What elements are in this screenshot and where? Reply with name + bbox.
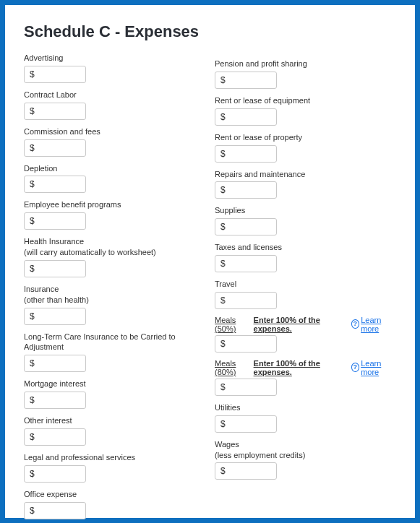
label-supplies: Supplies: [215, 205, 396, 216]
currency-prefix: $: [220, 419, 226, 429]
label-depletion: Depletion: [24, 163, 205, 174]
label-contract-labor: Contract Labor: [24, 90, 205, 100]
field-supplies: Supplies $: [215, 205, 396, 235]
field-depletion: Depletion $: [24, 163, 205, 194]
input-supplies[interactable]: $: [215, 218, 277, 235]
field-advertising: Advertising $: [24, 53, 205, 83]
input-advertising[interactable]: $: [24, 66, 86, 83]
currency-prefix: $: [30, 311, 35, 321]
label-mortgage-interest: Mortgage interest: [24, 379, 205, 389]
currency-prefix: $: [220, 149, 226, 159]
input-commission-fees[interactable]: $: [24, 139, 86, 157]
label-commission-fees: Commission and fees: [24, 126, 205, 137]
input-meals-80[interactable]: $: [215, 379, 277, 396]
field-health-insurance: Health Insurance (will carry automatical…: [24, 236, 205, 277]
input-depletion[interactable]: $: [24, 176, 86, 193]
label-meals-50-prefix: Meals (50%): [215, 316, 254, 333]
currency-prefix: $: [30, 358, 35, 368]
field-utilities: Utilities $: [215, 402, 396, 433]
learn-more-link[interactable]: Learn more: [361, 316, 396, 333]
label-legal-professional: Legal and professional services: [24, 452, 205, 463]
field-rent-equipment: Rent or lease of equipment $: [215, 95, 396, 126]
label-utilities: Utilities: [215, 402, 396, 413]
field-commission-fees: Commission and fees $: [24, 126, 205, 157]
currency-prefix: $: [220, 339, 226, 349]
input-meals-50[interactable]: $: [215, 335, 277, 353]
input-health-insurance[interactable]: $: [24, 260, 86, 277]
field-meals-80: Meals (80%) Enter 100% of the expenses. …: [215, 359, 396, 396]
label-travel: Travel: [215, 279, 396, 290]
input-insurance-other[interactable]: $: [24, 308, 86, 325]
currency-prefix: $: [30, 216, 35, 226]
label-other-interest: Other interest: [24, 415, 205, 426]
input-legal-professional[interactable]: $: [24, 465, 86, 483]
label-office-expense: Office expense: [24, 489, 205, 500]
columns: Advertising $ Contract Labor $ Commissio…: [24, 53, 396, 523]
label-long-term-care: Long-Term Care Insurance to be Carried t…: [24, 332, 205, 353]
label-health-insurance: Health Insurance: [24, 236, 205, 247]
currency-prefix: $: [30, 264, 35, 274]
label-taxes-licenses: Taxes and licenses: [215, 242, 396, 253]
field-travel: Travel $: [215, 279, 396, 309]
currency-prefix: $: [30, 69, 35, 79]
currency-prefix: $: [220, 222, 226, 232]
field-other-interest: Other interest $: [24, 415, 205, 446]
currency-prefix: $: [220, 75, 226, 85]
input-wages[interactable]: $: [215, 462, 277, 480]
label-meals-50-bold: Enter 100% of the expenses.: [254, 316, 347, 333]
help-icon[interactable]: ?: [351, 319, 360, 329]
help-icon[interactable]: ?: [351, 363, 360, 372]
input-other-interest[interactable]: $: [24, 428, 86, 446]
currency-prefix: $: [30, 143, 35, 153]
field-legal-professional: Legal and professional services $: [24, 452, 205, 483]
input-rent-equipment[interactable]: $: [215, 108, 277, 126]
field-wages: Wages (less employment credits) $: [215, 439, 396, 480]
currency-prefix: $: [220, 185, 226, 195]
field-meals-50: Meals (50%) Enter 100% of the expenses. …: [215, 316, 396, 353]
currency-prefix: $: [30, 506, 35, 516]
label-rent-equipment: Rent or lease of equipment: [215, 95, 396, 106]
input-rent-property[interactable]: $: [215, 145, 277, 163]
field-rent-property: Rent or lease of property $: [215, 132, 396, 163]
input-mortgage-interest[interactable]: $: [24, 392, 86, 409]
field-mortgage-interest: Mortgage interest $: [24, 379, 205, 409]
currency-prefix: $: [220, 382, 226, 392]
currency-prefix: $: [220, 466, 226, 476]
input-repairs-maintenance[interactable]: $: [215, 181, 277, 199]
label-meals-80-prefix: Meals (80%): [215, 359, 254, 376]
label-meals-80-bold: Enter 100% of the expenses.: [254, 359, 347, 376]
input-pension-profit[interactable]: $: [215, 72, 277, 89]
input-employee-benefit[interactable]: $: [24, 212, 86, 230]
input-contract-labor[interactable]: $: [24, 103, 86, 120]
currency-prefix: $: [30, 179, 35, 189]
field-employee-benefit: Employee benefit programs $: [24, 199, 205, 230]
column-right: Pension and profit sharing $ Rent or lea…: [215, 53, 396, 523]
currency-prefix: $: [30, 106, 35, 116]
sublabel-wages: (less employment credits): [215, 450, 396, 461]
label-repairs-maintenance: Repairs and maintenance: [215, 169, 396, 180]
currency-prefix: $: [220, 295, 226, 306]
field-long-term-care: Long-Term Care Insurance to be Carried t…: [24, 332, 205, 373]
column-left: Advertising $ Contract Labor $ Commissio…: [24, 53, 205, 523]
label-advertising: Advertising: [24, 53, 205, 64]
field-contract-labor: Contract Labor $: [24, 90, 205, 120]
input-utilities[interactable]: $: [215, 415, 277, 433]
currency-prefix: $: [220, 259, 226, 269]
input-taxes-licenses[interactable]: $: [215, 255, 277, 272]
input-travel[interactable]: $: [215, 292, 277, 309]
field-repairs-maintenance: Repairs and maintenance $: [215, 169, 396, 199]
currency-prefix: $: [30, 395, 35, 405]
field-taxes-licenses: Taxes and licenses $: [215, 242, 396, 272]
currency-prefix: $: [30, 432, 35, 442]
label-employee-benefit: Employee benefit programs: [24, 199, 205, 210]
label-rent-property: Rent or lease of property: [215, 132, 396, 143]
label-pension-profit: Pension and profit sharing: [215, 59, 396, 69]
field-insurance-other: Insurance (other than health) $: [24, 284, 205, 325]
page-title: Schedule C - Expenses: [24, 22, 396, 41]
input-office-expense[interactable]: $: [24, 502, 86, 519]
learn-more-link[interactable]: Learn more: [361, 359, 396, 376]
currency-prefix: $: [220, 112, 226, 122]
field-pension-profit: Pension and profit sharing $: [215, 59, 396, 89]
label-insurance-other: Insurance: [24, 284, 205, 295]
input-long-term-care[interactable]: $: [24, 355, 86, 372]
